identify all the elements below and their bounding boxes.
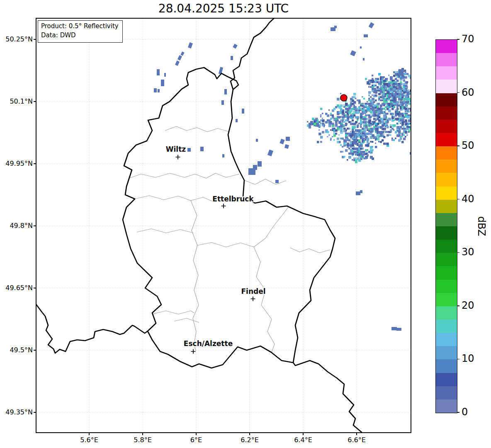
echo-pixel <box>342 146 343 148</box>
echo-pixel <box>383 93 385 94</box>
y-tick-label: 49.5°N <box>0 346 33 354</box>
echo-pixel <box>357 118 359 120</box>
echo-pixel <box>386 104 388 106</box>
colorbar-tick-label: 10 <box>462 353 474 364</box>
echo-pixel <box>340 104 343 107</box>
echo-pixel <box>398 131 400 133</box>
echo-pixel <box>391 98 394 100</box>
canton-line <box>191 201 199 351</box>
axis-tickmark <box>34 225 36 226</box>
echo-pixel <box>370 124 372 126</box>
echo-pixel <box>328 134 330 136</box>
echo-pixel <box>372 123 373 124</box>
echo-pixel <box>388 118 391 121</box>
echo-speckle <box>253 165 257 170</box>
echo-pixel <box>373 138 374 139</box>
colorbar-tickmark <box>457 39 459 40</box>
echo-pixel <box>386 96 388 98</box>
echo-pixel <box>348 133 350 134</box>
echo-pixel <box>355 159 357 161</box>
echo-speckle <box>221 100 224 105</box>
echo-pixel <box>382 93 383 94</box>
echo-pixel <box>357 151 358 152</box>
echo-pixel <box>337 98 340 101</box>
echo-pixel <box>393 101 395 103</box>
country-border-lines <box>36 18 362 432</box>
echo-pixel <box>406 128 409 130</box>
echo-pixel <box>377 128 379 130</box>
colorbar-segment <box>436 107 457 120</box>
echo-pixel <box>388 109 391 112</box>
echo-pixel <box>390 113 392 115</box>
echo-pixel <box>393 119 395 121</box>
echo-pixel <box>373 111 376 114</box>
echo-pixel <box>327 136 328 138</box>
echo-pixel <box>386 124 388 126</box>
echo-pixel <box>345 133 347 134</box>
echo-pixel <box>380 141 382 143</box>
echo-pixel <box>405 113 406 114</box>
echo-pixel <box>386 98 388 99</box>
echo-pixel <box>365 78 367 80</box>
echo-pixel <box>362 116 363 118</box>
echo-pixel <box>393 116 395 118</box>
echo-pixel <box>378 81 380 83</box>
echo-pixel <box>400 126 401 127</box>
echo-pixel <box>401 133 403 135</box>
echo-pixel <box>365 126 368 129</box>
echo-pixel <box>372 121 373 123</box>
echo-pixel <box>363 98 365 99</box>
echo-pixel <box>360 121 363 124</box>
echo-pixel <box>345 134 348 137</box>
echo-pixel <box>370 103 372 104</box>
y-tick-label: 49.65°N <box>0 284 33 292</box>
echo-pixel <box>396 80 399 82</box>
echo-pixel <box>342 111 344 114</box>
echo-pixel <box>362 156 363 157</box>
echo-pixel <box>358 123 360 124</box>
echo-pixel <box>352 153 353 154</box>
echo-pixel <box>340 128 343 130</box>
colorbar-tickmark <box>457 252 459 253</box>
echo-pixel <box>375 78 377 80</box>
product-info-line1: Product: 0.5° Reflectivity <box>41 22 119 31</box>
axis-tickmark <box>303 433 304 435</box>
echo-pixel <box>401 123 404 126</box>
canton-border-lines <box>129 126 330 352</box>
y-tick-label: 50.1°N <box>0 97 33 105</box>
echo-pixel <box>338 134 340 136</box>
echo-pixel <box>353 157 355 159</box>
echo-pixel <box>362 111 363 113</box>
echo-pixel <box>353 134 355 136</box>
echo-pixel <box>377 106 378 108</box>
colorbar-tick-label: 30 <box>462 246 474 258</box>
echo-pixel <box>343 106 345 108</box>
echo-pixel <box>363 118 366 121</box>
echo-pixel <box>335 129 338 132</box>
echo-pixel <box>406 81 408 83</box>
echo-pixel <box>347 114 349 117</box>
echo-pixel <box>385 90 387 92</box>
echo-pixel <box>398 139 401 142</box>
echo-pixel <box>345 106 346 107</box>
echo-pixel <box>327 131 329 133</box>
colorbar-segment <box>436 93 457 107</box>
echo-pixel <box>370 153 372 154</box>
echo-pixel <box>401 86 403 87</box>
axis-tickmark <box>142 433 143 435</box>
echo-pixel <box>353 136 355 138</box>
echo-pixel <box>368 116 371 119</box>
echo-pixel <box>333 108 335 110</box>
city-label-ettelbruck: Ettelbruck <box>212 195 253 203</box>
echo-speckle <box>242 109 244 114</box>
echo-pixel <box>357 124 359 127</box>
echo-pixel <box>337 141 339 143</box>
colorbar-segment <box>436 186 457 200</box>
echo-pixel <box>375 91 377 94</box>
echo-pixel <box>378 108 381 110</box>
echo-pixel <box>370 86 372 88</box>
echo-pixel <box>352 119 354 121</box>
echo-speckle <box>222 154 224 157</box>
france-germany-border <box>293 361 362 432</box>
echo-pixel <box>370 99 372 101</box>
